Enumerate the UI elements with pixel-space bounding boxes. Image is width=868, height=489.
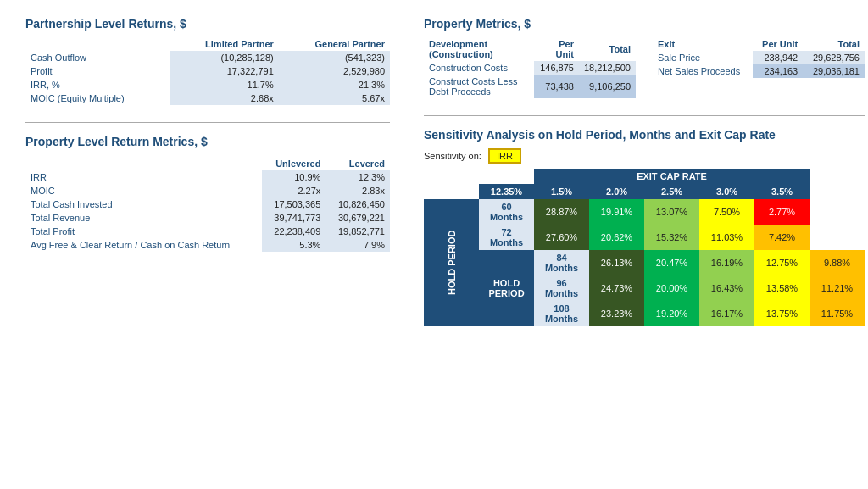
property-metrics-title: Property Metrics, $ [424, 17, 865, 31]
property-level-table: . Unlevered Levered IRR 10.9% 12.3% MOIC… [25, 157, 390, 252]
sensitivity-cell: 20.47% [644, 250, 699, 275]
row-label: IRR [25, 170, 262, 184]
table-row: Profit 17,322,791 2,529,980 [25, 64, 390, 78]
row-label: IRR, % [25, 78, 170, 92]
sensitivity-cell: 20.62% [589, 225, 644, 250]
row-per-unit: 238,942 [753, 51, 803, 64]
row-total: 9,106,250 [579, 75, 636, 98]
sensitivity-cell: 19.91% [589, 199, 644, 225]
table-row: MOIC 2.27x 2.83x [25, 184, 390, 197]
sensitivity-cell: 28.87% [534, 199, 589, 225]
row-per-unit: 234,163 [753, 64, 803, 78]
row-total: 29,628,756 [803, 51, 865, 64]
row-unlevered: 39,741,773 [262, 211, 326, 225]
sensitivity-cell: 13.75% [754, 301, 810, 326]
row-levered: 2.83x [326, 184, 390, 197]
col-gp-header: General Partner [279, 37, 390, 51]
sensitivity-cell: 27.60% [534, 225, 589, 250]
row-label: Profit [25, 64, 170, 78]
right-panel: Property Metrics, $ Development (Constru… [424, 17, 865, 326]
sensitivity-cell: 11.21% [810, 275, 865, 301]
sensitivity-empty-cell [424, 169, 479, 184]
sensitivity-row: HOLD PERIOD60 Months28.87%19.91%13.07%7.… [424, 199, 865, 225]
partnership-title: Partnership Level Returns, $ [25, 17, 390, 31]
partnership-table: . Limited Partner General Partner Cash O… [25, 37, 390, 105]
table-row: Sale Price 238,942 29,628,756 [653, 51, 865, 64]
row-total: 29,036,181 [803, 64, 865, 78]
hold-period-cell: HOLD PERIOD [479, 250, 534, 326]
row-label: MOIC [25, 184, 262, 197]
sensitivity-on-label: Sensitivity on: [424, 151, 481, 161]
dev-total-header: Total [579, 37, 636, 61]
row-lp: (10,285,128) [170, 51, 279, 64]
row-gp: 5.67x [279, 92, 390, 105]
exit-table: Exit Per Unit Total Sale Price 238,942 2… [653, 37, 865, 78]
sensitivity-cell: 12.75% [754, 250, 810, 275]
row-label: Sale Price [653, 51, 753, 64]
row-label: Total Cash Invested [25, 197, 262, 211]
table-row: Construct Costs Less Debt Proceeds 73,43… [424, 75, 636, 98]
sensitivity-cell: 19.20% [644, 301, 699, 326]
sensitivity-cell: 2.77% [754, 199, 810, 225]
row-lp: 11.7% [170, 78, 279, 92]
property-metrics-tables: Development (Construction) Per Unit Tota… [424, 37, 865, 98]
col-lp-header: Limited Partner [170, 37, 279, 51]
col-levered-header: Levered [326, 157, 390, 170]
cap-rate-col-header: 3.0% [699, 184, 754, 199]
sensitivity-label-row: Sensitivity on: IRR [424, 148, 865, 164]
table-row: Total Cash Invested 17,503,365 10,826,45… [25, 197, 390, 211]
table-row: IRR, % 11.7% 21.3% [25, 78, 390, 92]
row-levered: 19,852,771 [326, 225, 390, 238]
row-gp: 21.3% [279, 78, 390, 92]
row-gp: 2,529,980 [279, 64, 390, 78]
sensitivity-row: HOLD PERIOD84 Months26.13%20.47%16.19%12… [424, 250, 865, 275]
hold-months-label: 84 Months [534, 250, 589, 275]
sensitivity-table: EXIT CAP RATE 12.35% 1.5%2.0%2.5%3.0%3.5… [424, 169, 865, 326]
row-unlevered: 17,503,365 [262, 197, 326, 211]
row-label: Total Revenue [25, 211, 262, 225]
row-lp: 2.68x [170, 92, 279, 105]
row-gp: (541,323) [279, 51, 390, 64]
property-level-section: Property Level Return Metrics, $ . Unlev… [25, 135, 390, 252]
row-unlevered: 5.3% [262, 238, 326, 252]
dev-block: Development (Construction) Per Unit Tota… [424, 37, 636, 98]
hold-months-label: 72 Months [479, 225, 534, 250]
sensitivity-cell: 24.73% [589, 275, 644, 301]
sensitivity-cell: 7.42% [754, 225, 810, 250]
sensitivity-cell: 11.03% [699, 225, 754, 250]
row-levered: 10,826,450 [326, 197, 390, 211]
row-label: Construct Costs Less Debt Proceeds [424, 75, 534, 98]
main-layout: Partnership Level Returns, $ . Limited P… [25, 17, 843, 326]
table-row: Cash Outflow (10,285,128) (541,323) [25, 51, 390, 64]
sensitivity-cell: 15.32% [644, 225, 699, 250]
sensitivity-cell: 7.50% [699, 199, 754, 225]
sensitivity-cell: 16.19% [699, 250, 754, 275]
irr-box: IRR [488, 148, 521, 164]
row-levered: 7.9% [326, 238, 390, 252]
hold-months-label: 96 Months [534, 275, 589, 301]
sensitivity-cell: 20.00% [644, 275, 699, 301]
hold-months-label: 108 Months [534, 301, 589, 326]
property-metrics-section: Property Metrics, $ Development (Constru… [424, 17, 865, 98]
sensitivity-row: 72 Months27.60%20.62%15.32%11.03%7.42% [424, 225, 865, 250]
row-per-unit: 146,875 [534, 61, 579, 75]
dev-label-header: Development (Construction) [424, 37, 534, 61]
row-label: Net Sales Proceeds [653, 64, 753, 78]
row-label: MOIC (Equity Multiple) [25, 92, 170, 105]
sensitivity-cell: 16.43% [699, 275, 754, 301]
sensitivity-cell: 16.17% [699, 301, 754, 326]
exit-cap-rate-header: EXIT CAP RATE [534, 169, 810, 184]
divider-1 [25, 122, 390, 123]
cap-rate-col-header: 3.5% [754, 184, 810, 199]
col-unlevered-header: Unlevered [262, 157, 326, 170]
row-label: Total Profit [25, 225, 262, 238]
cap-rate-col-header: 1.5% [534, 184, 589, 199]
dev-per-unit-header: Per Unit [534, 37, 579, 61]
row-per-unit: 73,438 [534, 75, 579, 98]
row-unlevered: 2.27x [262, 184, 326, 197]
row-levered: 30,679,221 [326, 211, 390, 225]
sensitivity-title: Sensitivity Analysis on Hold Period, Mon… [424, 128, 865, 142]
sensitivity-cell: 26.13% [589, 250, 644, 275]
sensitivity-cell: 11.75% [810, 301, 865, 326]
table-row: IRR 10.9% 12.3% [25, 170, 390, 184]
